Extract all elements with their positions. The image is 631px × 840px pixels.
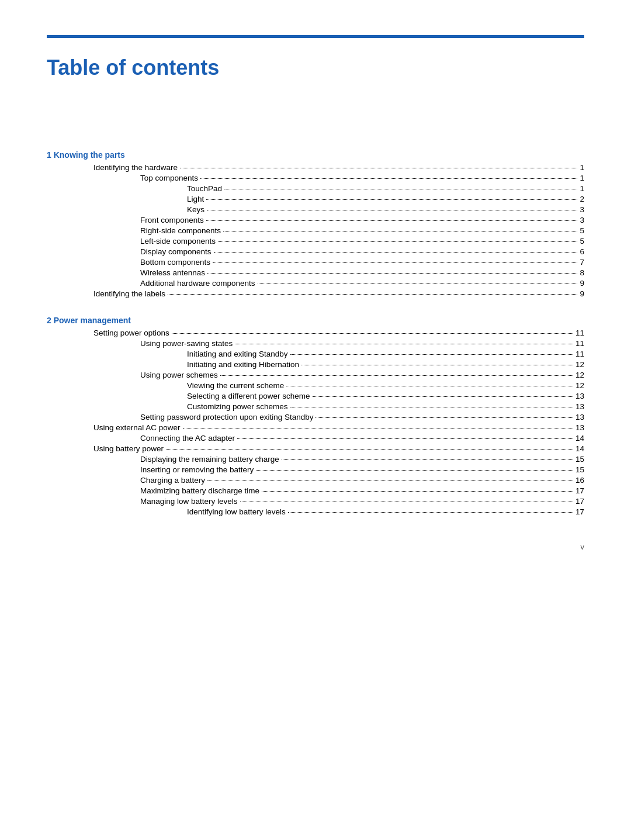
toc-entry: Using power-saving states11 [47,339,584,348]
toc-entry-dots [235,344,573,344]
toc-entry-dots [218,241,577,242]
toc-entry-text: Displaying the remaining battery charge [140,455,279,464]
toc-entry-page: 12 [575,360,584,369]
toc-entry: Wireless antennas8 [47,268,584,277]
toc-entry-text: Managing low battery levels [140,497,238,506]
toc-entry-text: Viewing the current scheme [187,381,284,390]
toc-entry: Initiating and exiting Hibernation12 [47,360,584,369]
toc-entry: Bottom components7 [47,258,584,267]
toc-entry-dots [256,470,573,471]
toc-entry-dots [207,273,577,274]
toc-entry-text: Customizing power schemes [187,402,288,411]
toc-entry: Light2 [47,195,584,203]
toc-entry-text: Top components [140,174,198,182]
toc-entry-page: 7 [580,258,584,267]
toc-entry-dots [166,449,573,450]
toc-entry-text: Identifying the labels [93,289,165,298]
header-lines [47,35,584,38]
toc-entry: Display components6 [47,247,584,256]
toc-entry-text: Setting password protection upon exiting… [140,413,313,421]
section-heading-section-2: 2 Power management [47,316,584,325]
toc-entry-dots [316,417,573,418]
toc-entry-page: 1 [580,184,584,193]
toc-entry: Selecting a different power scheme13 [47,392,584,400]
toc-entry: Setting password protection upon exiting… [47,413,584,421]
toc-entry-page: 5 [580,237,584,246]
toc-entry-dots [206,220,578,221]
toc-entry-page: 16 [575,476,584,485]
page-footer: v [581,542,585,551]
toc-entry-page: 17 [575,486,584,495]
toc-entry-dots [168,294,577,295]
toc-entry-page: 14 [575,434,584,443]
toc-entry-page: 17 [575,497,584,506]
toc-entry-text: Inserting or removing the battery [140,465,254,474]
toc-entry-dots [262,491,573,492]
toc-entry-page: 11 [575,339,584,348]
toc-entry-page: 1 [580,174,584,182]
toc-entry-dots [180,168,577,168]
toc-entry: Viewing the current scheme12 [47,381,584,390]
toc-entry-page: 1 [580,163,584,172]
toc-entry-page: 13 [575,423,584,432]
toc-entry-page: 14 [575,444,584,453]
toc-entry-dots [224,189,577,189]
toc-entry: Setting power options11 [47,329,584,337]
toc-entry: Using external AC power13 [47,423,584,432]
page-container: Table of contents 1 Knowing the partsIde… [0,0,631,575]
toc-entry-page: 11 [575,350,584,358]
toc-entry-page: 12 [575,381,584,390]
toc-entry-page: 2 [580,195,584,203]
page-title: Table of contents [47,56,584,80]
toc-entry-text: Left-side components [140,237,216,246]
toc-entry-dots [288,512,573,513]
toc-entry-dots [223,231,577,231]
toc-entry-text: Initiating and exiting Standby [187,350,288,358]
toc-entry-text: Connecting the AC adapter [140,434,235,443]
toc-entry: Identifying low battery levels17 [47,507,584,516]
toc-entry-page: 13 [575,413,584,421]
toc-entry-text: Maximizing battery discharge time [140,486,259,495]
toc-entry-text: Charging a battery [140,476,205,485]
toc-entry-dots [220,375,573,376]
section-heading-section-1: 1 Knowing the parts [47,150,584,160]
toc-entry-text: Selecting a different power scheme [187,392,310,400]
toc-entry-text: Additional hardware components [140,279,255,288]
toc-entry-text: Using power schemes [140,371,218,379]
toc-entry-text: Wireless antennas [140,268,205,277]
toc-entry: Left-side components5 [47,237,584,246]
toc-entry-dots [282,459,573,460]
toc-entry: Charging a battery16 [47,476,584,485]
toc-entry: Top components1 [47,174,584,182]
section-block-section-2: 2 Power managementSetting power options1… [47,316,584,516]
toc-entry-dots [214,252,578,253]
toc-entry-text: Light [187,195,204,203]
toc-entry: Identifying the labels9 [47,289,584,298]
toc-entry-page: 11 [575,329,584,337]
toc-entry: Keys3 [47,205,584,214]
toc-entry-dots [290,354,573,355]
toc-entry-text: Keys [187,205,204,214]
toc-entry: Customizing power schemes13 [47,402,584,411]
toc-entry-page: 13 [575,402,584,411]
toc-entry-dots [183,428,573,428]
toc-entry-text: Using power-saving states [140,339,233,348]
toc-entry-page: 9 [580,279,584,288]
toc-entry: Managing low battery levels17 [47,497,584,506]
toc-entry: Connecting the AC adapter14 [47,434,584,443]
toc-entry: Additional hardware components9 [47,279,584,288]
toc-entry-text: Using external AC power [93,423,181,432]
toc-entry: Front components3 [47,216,584,224]
footer-page-number: v [581,542,585,551]
top-border-thin [47,37,584,38]
toc-entry-dots [213,262,577,263]
toc-entry-text: Display components [140,247,212,256]
toc-entry-dots [240,502,573,502]
toc-entry-dots [313,396,573,397]
toc-entry-page: 3 [580,205,584,214]
toc-entry-dots [207,481,573,481]
toc-entry-page: 3 [580,216,584,224]
toc-entry-text: Right-side components [140,226,221,235]
toc-entry: Right-side components5 [47,226,584,235]
toc-entry: Maximizing battery discharge time17 [47,486,584,495]
